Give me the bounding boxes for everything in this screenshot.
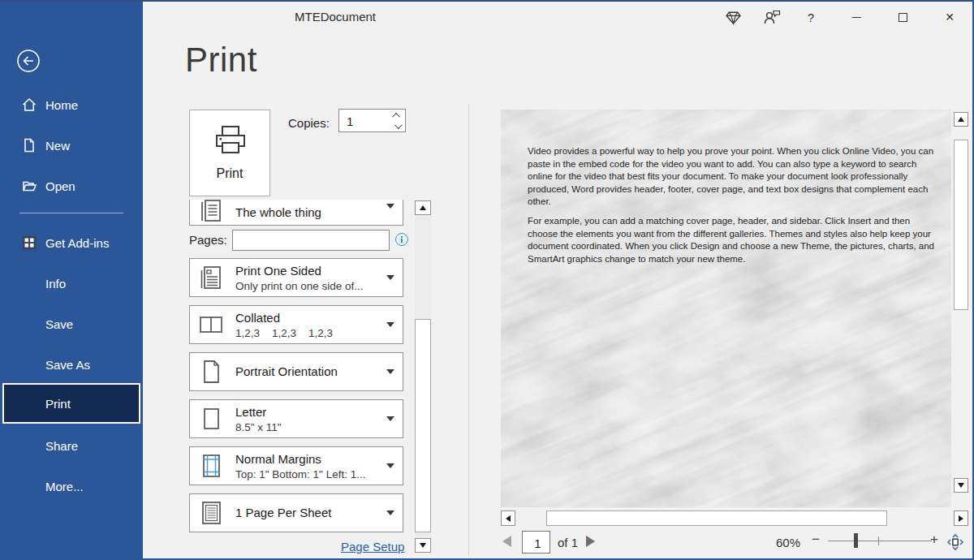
sidebar-item-label: New [45, 139, 70, 153]
info-icon[interactable] [395, 233, 408, 246]
sidebar-item-label: More... [45, 480, 84, 493]
sidebar-item-share[interactable]: Share [0, 436, 143, 455]
print-all-pages-icon [196, 196, 226, 226]
chevron-down-icon [386, 510, 394, 515]
print-range-dropdown[interactable]: The whole thing [189, 200, 403, 226]
margins-dropdown[interactable]: Normal Margins Top: 1" Bottom: 1" Left: … [189, 446, 403, 485]
sidebar-item-home[interactable]: Home [0, 95, 143, 114]
margins-page-icon [196, 451, 226, 480]
triangle-up-icon [958, 117, 964, 122]
help-button[interactable]: ? [799, 5, 823, 29]
page-count-label: of 1 [558, 536, 578, 549]
page-setup-link[interactable]: Page Setup [341, 540, 404, 554]
minimize-button[interactable] [844, 5, 868, 29]
chevron-down-icon [386, 369, 394, 374]
sidebar-item-print-selected[interactable]: Print [2, 383, 140, 424]
preview-scroll-up-button[interactable] [954, 112, 968, 127]
maximize-button[interactable] [890, 5, 915, 29]
maximize-icon [899, 13, 907, 22]
pages-input[interactable] [232, 230, 390, 251]
next-page-button[interactable] [586, 536, 595, 547]
preview-scroll-down-button[interactable] [954, 478, 968, 493]
dropdown-title: Print One Sided [235, 264, 364, 278]
sidebar-item-save[interactable]: Save [0, 314, 143, 334]
document-paragraph: For example, you can add a matching cove… [528, 215, 935, 265]
settings-scroll-up-button[interactable] [415, 200, 431, 215]
back-arrow-icon [15, 48, 41, 74]
copies-input[interactable] [339, 110, 397, 133]
orientation-dropdown[interactable]: Portrait Orientation [189, 352, 403, 391]
sidebar-item-label: Get Add-ins [45, 236, 109, 250]
sidebar-item-more[interactable]: More... [0, 476, 143, 496]
current-page-input[interactable] [523, 532, 553, 554]
preview-hscrollbar-thumb[interactable] [546, 510, 887, 526]
preview-scroll-left-button[interactable] [501, 510, 515, 526]
pages-per-sheet-dropdown[interactable]: 1 Page Per Sheet [189, 493, 403, 532]
copies-decrement-button[interactable] [391, 121, 403, 131]
copies-increment-button[interactable] [391, 110, 403, 120]
triangle-right-icon [959, 515, 963, 522]
new-document-icon [21, 137, 37, 153]
sidebar-item-label: Save [45, 317, 73, 331]
chevron-up-icon [392, 112, 400, 120]
triangle-down-icon [958, 483, 964, 488]
sidebar-divider [19, 213, 123, 213]
print-button[interactable]: Print [189, 110, 270, 196]
zoom-to-page-button[interactable] [946, 533, 964, 551]
zoom-in-button[interactable]: + [930, 532, 938, 548]
zoom-out-button[interactable]: − [812, 532, 820, 548]
settings-scroll-down-button[interactable] [415, 538, 431, 553]
close-button[interactable]: ✕ [937, 5, 962, 29]
print-sides-dropdown[interactable]: Print One Sided Only print on one side o… [189, 258, 403, 297]
gem-icon [725, 9, 742, 26]
chevron-down-icon [386, 322, 394, 327]
chevron-down-icon [386, 204, 394, 209]
preview-scroll-right-button[interactable] [954, 510, 968, 526]
collation-dropdown[interactable]: Collated 1,2,3 1,2,3 1,2,3 [189, 305, 403, 344]
sidebar-item-new[interactable]: New [0, 136, 143, 155]
letter-page-icon [196, 404, 226, 433]
sidebar-item-label: Home [45, 98, 78, 112]
help-icon: ? [808, 11, 814, 24]
dropdown-title: Normal Margins [235, 452, 365, 466]
sidebar-item-save-as[interactable]: Save As [0, 355, 143, 374]
premium-button[interactable] [721, 5, 745, 29]
dropdown-title: Portrait Orientation [235, 364, 338, 378]
sidebar-item-label: Save As [45, 358, 90, 372]
dropdown-title: Letter [235, 405, 282, 419]
sidebar-item-info[interactable]: Info [0, 274, 143, 293]
triangle-down-icon [420, 543, 426, 548]
previous-page-button[interactable] [502, 536, 511, 547]
minimize-icon [852, 17, 861, 18]
sidebar-item-get-addins[interactable]: Get Add-ins [0, 233, 143, 252]
document-body-text: Video provides a powerful way to help yo… [528, 145, 935, 272]
zoom-slider-center-tick [878, 536, 879, 545]
zoom-slider-track[interactable] [828, 541, 932, 541]
portrait-page-icon [196, 357, 226, 386]
chevron-down-icon [386, 275, 394, 280]
copies-label: Copies: [288, 116, 330, 130]
triangle-up-icon [420, 205, 426, 210]
sidebar-item-label: Share [45, 439, 78, 453]
zoom-level-label[interactable]: 60% [776, 536, 800, 549]
window-title: MTEDocument [295, 10, 376, 24]
collated-pages-icon [196, 310, 226, 339]
word-backstage-print-window: Home New Open Get Add-ins Info Save [0, 0, 974, 560]
preview-vscrollbar-thumb[interactable] [954, 140, 968, 310]
dropdown-subtitle: Top: 1" Bottom: 1" Left: 1... [235, 468, 365, 480]
dropdown-subtitle: 8.5" x 11" [235, 421, 282, 433]
dropdown-subtitle: 1,2,3 1,2,3 1,2,3 [235, 327, 333, 339]
zoom-slider-thumb[interactable] [854, 533, 858, 548]
copies-spinner [338, 109, 406, 132]
page-per-sheet-icon [196, 498, 226, 528]
printer-icon [211, 122, 250, 161]
feedback-button[interactable] [760, 5, 784, 29]
sidebar-item-open[interactable]: Open [0, 176, 143, 196]
chevron-down-icon [386, 463, 394, 468]
sidebar-item-label: Print [45, 397, 71, 411]
current-page-box [522, 531, 550, 554]
paper-size-dropdown[interactable]: Letter 8.5" x 11" [189, 399, 403, 438]
back-button[interactable] [15, 48, 41, 74]
close-icon: ✕ [945, 11, 955, 24]
settings-scrollbar-thumb[interactable] [415, 319, 431, 532]
